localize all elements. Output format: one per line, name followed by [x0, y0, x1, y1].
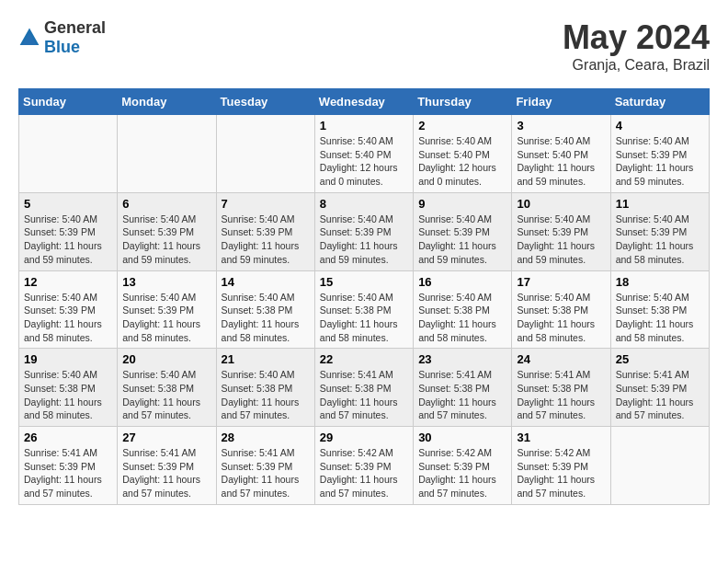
- day-info: Sunrise: 5:41 AM Sunset: 5:38 PM Dayligh…: [418, 368, 506, 422]
- calendar-week-row: 26Sunrise: 5:41 AM Sunset: 5:39 PM Dayli…: [19, 427, 710, 505]
- calendar-cell: 15Sunrise: 5:40 AM Sunset: 5:38 PM Dayli…: [314, 270, 413, 349]
- calendar-cell: 14Sunrise: 5:40 AM Sunset: 5:38 PM Dayli…: [216, 270, 314, 349]
- calendar-cell: 25Sunrise: 5:41 AM Sunset: 5:39 PM Dayli…: [610, 349, 709, 427]
- day-info: Sunrise: 5:40 AM Sunset: 5:40 PM Dayligh…: [517, 134, 605, 189]
- calendar-cell: 30Sunrise: 5:42 AM Sunset: 5:39 PM Dayli…: [414, 427, 512, 505]
- day-number: 12: [24, 275, 112, 289]
- day-info: Sunrise: 5:40 AM Sunset: 5:39 PM Dayligh…: [616, 213, 704, 267]
- day-number: 22: [320, 352, 408, 366]
- day-number: 20: [122, 352, 210, 366]
- day-info: Sunrise: 5:41 AM Sunset: 5:39 PM Dayligh…: [24, 446, 112, 500]
- day-info: Sunrise: 5:40 AM Sunset: 5:38 PM Dayligh…: [517, 291, 605, 345]
- calendar-week-row: 5Sunrise: 5:40 AM Sunset: 5:39 PM Daylig…: [19, 192, 710, 270]
- weekday-header: Saturday: [610, 89, 709, 115]
- day-number: 4: [616, 119, 704, 132]
- calendar-cell: 13Sunrise: 5:40 AM Sunset: 5:39 PM Dayli…: [118, 270, 216, 349]
- day-number: 8: [320, 197, 408, 211]
- calendar-cell: 9Sunrise: 5:40 AM Sunset: 5:39 PM Daylig…: [414, 192, 512, 270]
- day-number: 17: [517, 275, 605, 289]
- calendar-cell: 1Sunrise: 5:40 AM Sunset: 5:40 PM Daylig…: [314, 115, 413, 193]
- day-number: 3: [517, 119, 605, 132]
- calendar-cell: 28Sunrise: 5:41 AM Sunset: 5:39 PM Dayli…: [216, 427, 314, 505]
- day-info: Sunrise: 5:40 AM Sunset: 5:38 PM Dayligh…: [122, 368, 210, 422]
- subtitle: Granja, Ceara, Brazil: [563, 57, 710, 74]
- day-info: Sunrise: 5:41 AM Sunset: 5:39 PM Dayligh…: [616, 368, 704, 422]
- calendar-cell: 5Sunrise: 5:40 AM Sunset: 5:39 PM Daylig…: [19, 192, 118, 270]
- weekday-header: Wednesday: [314, 89, 413, 115]
- day-info: Sunrise: 5:40 AM Sunset: 5:39 PM Dayligh…: [418, 213, 506, 267]
- calendar-cell: 6Sunrise: 5:40 AM Sunset: 5:39 PM Daylig…: [118, 192, 216, 270]
- day-info: Sunrise: 5:40 AM Sunset: 5:38 PM Dayligh…: [24, 368, 112, 422]
- calendar-cell: 16Sunrise: 5:40 AM Sunset: 5:38 PM Dayli…: [414, 270, 512, 349]
- day-info: Sunrise: 5:40 AM Sunset: 5:39 PM Dayligh…: [320, 213, 408, 267]
- calendar-cell: [610, 427, 709, 505]
- calendar-table: SundayMondayTuesdayWednesdayThursdayFrid…: [18, 88, 710, 505]
- day-info: Sunrise: 5:40 AM Sunset: 5:40 PM Dayligh…: [418, 134, 506, 189]
- calendar-cell: 31Sunrise: 5:42 AM Sunset: 5:39 PM Dayli…: [512, 427, 610, 505]
- logo-blue: Blue: [44, 38, 80, 56]
- calendar-cell: 27Sunrise: 5:41 AM Sunset: 5:39 PM Dayli…: [118, 427, 216, 505]
- day-number: 1: [320, 119, 408, 132]
- calendar-cell: 8Sunrise: 5:40 AM Sunset: 5:39 PM Daylig…: [314, 192, 413, 270]
- calendar-cell: 21Sunrise: 5:40 AM Sunset: 5:38 PM Dayli…: [216, 349, 314, 427]
- day-info: Sunrise: 5:40 AM Sunset: 5:39 PM Dayligh…: [222, 213, 310, 267]
- weekday-header-row: SundayMondayTuesdayWednesdayThursdayFrid…: [19, 89, 710, 115]
- day-number: 2: [418, 119, 506, 132]
- calendar-cell: 19Sunrise: 5:40 AM Sunset: 5:38 PM Dayli…: [19, 349, 118, 427]
- day-info: Sunrise: 5:40 AM Sunset: 5:38 PM Dayligh…: [616, 291, 704, 345]
- day-number: 15: [320, 275, 408, 289]
- calendar-cell: [216, 115, 314, 193]
- page-header: General Blue May 2024 Granja, Ceara, Bra…: [18, 18, 710, 74]
- logo: General Blue: [18, 18, 106, 57]
- calendar-cell: [118, 115, 216, 193]
- day-number: 24: [517, 352, 605, 366]
- calendar-cell: 17Sunrise: 5:40 AM Sunset: 5:38 PM Dayli…: [512, 270, 610, 349]
- day-number: 13: [122, 275, 210, 289]
- calendar-cell: 26Sunrise: 5:41 AM Sunset: 5:39 PM Dayli…: [19, 427, 118, 505]
- day-info: Sunrise: 5:42 AM Sunset: 5:39 PM Dayligh…: [517, 446, 605, 500]
- day-info: Sunrise: 5:40 AM Sunset: 5:38 PM Dayligh…: [320, 291, 408, 345]
- calendar-cell: 3Sunrise: 5:40 AM Sunset: 5:40 PM Daylig…: [512, 115, 610, 193]
- calendar-cell: 7Sunrise: 5:40 AM Sunset: 5:39 PM Daylig…: [216, 192, 314, 270]
- weekday-header: Thursday: [414, 89, 512, 115]
- logo-icon: [18, 27, 40, 49]
- day-info: Sunrise: 5:40 AM Sunset: 5:39 PM Dayligh…: [517, 213, 605, 267]
- day-info: Sunrise: 5:40 AM Sunset: 5:40 PM Dayligh…: [320, 134, 408, 189]
- day-info: Sunrise: 5:41 AM Sunset: 5:38 PM Dayligh…: [320, 368, 408, 422]
- calendar-cell: 24Sunrise: 5:41 AM Sunset: 5:38 PM Dayli…: [512, 349, 610, 427]
- calendar-cell: [19, 115, 118, 193]
- weekday-header: Tuesday: [216, 89, 314, 115]
- calendar-cell: 23Sunrise: 5:41 AM Sunset: 5:38 PM Dayli…: [414, 349, 512, 427]
- day-number: 9: [418, 197, 506, 211]
- day-number: 18: [616, 275, 704, 289]
- day-number: 19: [24, 352, 112, 366]
- day-info: Sunrise: 5:40 AM Sunset: 5:39 PM Dayligh…: [122, 291, 210, 345]
- day-number: 26: [24, 431, 112, 444]
- calendar-cell: 10Sunrise: 5:40 AM Sunset: 5:39 PM Dayli…: [512, 192, 610, 270]
- day-info: Sunrise: 5:41 AM Sunset: 5:39 PM Dayligh…: [222, 446, 310, 500]
- calendar-week-row: 1Sunrise: 5:40 AM Sunset: 5:40 PM Daylig…: [19, 115, 710, 193]
- day-info: Sunrise: 5:42 AM Sunset: 5:39 PM Dayligh…: [320, 446, 408, 500]
- day-number: 14: [222, 275, 310, 289]
- calendar-week-row: 19Sunrise: 5:40 AM Sunset: 5:38 PM Dayli…: [19, 349, 710, 427]
- day-number: 29: [320, 431, 408, 444]
- calendar-cell: 29Sunrise: 5:42 AM Sunset: 5:39 PM Dayli…: [314, 427, 413, 505]
- day-info: Sunrise: 5:40 AM Sunset: 5:39 PM Dayligh…: [24, 291, 112, 345]
- day-number: 5: [24, 197, 112, 211]
- day-info: Sunrise: 5:40 AM Sunset: 5:39 PM Dayligh…: [616, 134, 704, 189]
- day-number: 21: [222, 352, 310, 366]
- calendar-cell: 12Sunrise: 5:40 AM Sunset: 5:39 PM Dayli…: [19, 270, 118, 349]
- calendar-week-row: 12Sunrise: 5:40 AM Sunset: 5:39 PM Dayli…: [19, 270, 710, 349]
- day-number: 25: [616, 352, 704, 366]
- day-info: Sunrise: 5:40 AM Sunset: 5:38 PM Dayligh…: [222, 291, 310, 345]
- day-number: 31: [517, 431, 605, 444]
- weekday-header: Friday: [512, 89, 610, 115]
- calendar-cell: 18Sunrise: 5:40 AM Sunset: 5:38 PM Dayli…: [610, 270, 709, 349]
- logo-text: General Blue: [44, 18, 106, 57]
- day-number: 27: [122, 431, 210, 444]
- day-number: 16: [418, 275, 506, 289]
- weekday-header: Monday: [118, 89, 216, 115]
- day-number: 10: [517, 197, 605, 211]
- day-info: Sunrise: 5:40 AM Sunset: 5:38 PM Dayligh…: [222, 368, 310, 422]
- day-number: 7: [222, 197, 310, 211]
